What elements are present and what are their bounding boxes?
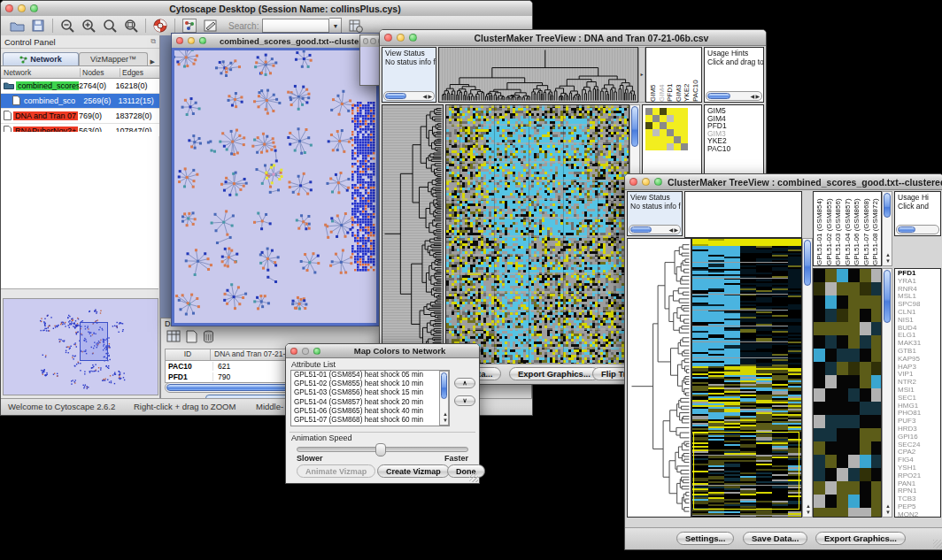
animation-speed-slider[interactable]	[297, 447, 468, 452]
tv1-status-scrollbar[interactable]: ◀▶	[383, 91, 435, 101]
tv1-column-label[interactable]: PAC10	[691, 48, 700, 102]
tv1-column-label[interactable]: PFD1	[666, 48, 675, 102]
tv2-zoom-vscrollbar[interactable]: ▲▼	[882, 268, 892, 518]
minimize-icon[interactable]	[370, 38, 375, 44]
minimize-icon[interactable]	[397, 34, 405, 42]
dialog-resize-grip[interactable]	[469, 473, 478, 482]
tv2-export-graphics-button[interactable]: Export Graphics...	[815, 532, 906, 545]
dialog-titlebar[interactable]: Map Colors to Network	[286, 344, 479, 358]
zoom-window-icon[interactable]	[199, 37, 206, 44]
tv1-column-label[interactable]: GIM5	[649, 48, 658, 102]
tv1-hints-scrollbar[interactable]: ◀▶	[706, 91, 762, 101]
import-table-icon[interactable]	[347, 18, 365, 34]
close-icon[interactable]	[176, 37, 183, 44]
treeview1-titlebar[interactable]: ClusterMaker TreeView : DNA and Tran 07-…	[380, 30, 766, 46]
done-button[interactable]: Done	[447, 464, 485, 478]
tv1-column-label[interactable]: GIM4	[658, 48, 667, 102]
tv2-column-label[interactable]: GPL51-03 (GSM856)	[834, 192, 844, 265]
tv1-column-label[interactable]: GIM3	[675, 48, 683, 102]
tv1-divider-strip[interactable]: ▸	[638, 47, 645, 103]
attribute-list-item[interactable]: GPL51-07 (GSM868) heat shock 60 min	[294, 416, 449, 425]
zoom-window-icon[interactable]	[409, 34, 417, 42]
birdseye-view[interactable]	[3, 298, 158, 395]
tv2-zoom-heatmap[interactable]	[813, 268, 882, 518]
tv2-gene-list-panel[interactable]: PFD1YRA1RNR4MSL1SPC98CLN1NIS1BUD4ELG1MAK…	[894, 268, 941, 518]
tv1-column-label[interactable]: YKE2	[683, 48, 691, 102]
tv2-gene-dendrogram[interactable]	[627, 238, 691, 518]
save-session-icon[interactable]	[29, 18, 47, 34]
network-graph-icon[interactable]	[181, 18, 198, 34]
tv2-column-label[interactable]: GPL51-04 (GSM857)	[844, 192, 853, 265]
attribute-list-item[interactable]: GPL51-03 (GSM856) heat shock 15 min	[294, 388, 449, 397]
attribute-list-item[interactable]: GPL51-01 (GSM854) heat shock 05 min	[294, 371, 449, 380]
tv2-global-heatmap[interactable]	[691, 238, 802, 518]
zoom-fit-icon[interactable]	[122, 18, 140, 34]
search-dropdown-icon[interactable]: ▼	[329, 18, 342, 34]
tv2-column-dendrogram[interactable]	[684, 191, 802, 238]
tv2-heatmap-vscrollbar[interactable]: ▲▼	[802, 238, 813, 518]
open-session-icon[interactable]	[8, 18, 26, 34]
close-icon[interactable]	[5, 4, 13, 12]
move-up-button[interactable]: ∧	[454, 378, 475, 388]
tv1-column-dendrogram[interactable]	[438, 47, 638, 103]
tv2-column-labels-panel[interactable]: GPL51-01 (GSM854)GPL51-02 (GSM855)GPL51-…	[813, 191, 882, 266]
tab-overflow-arrow[interactable]: ▶	[148, 58, 158, 65]
tv2-column-label[interactable]: GPL51-06 (GSM865)	[853, 192, 862, 265]
new-attribute-icon[interactable]	[186, 330, 197, 347]
annotation-icon[interactable]	[202, 18, 220, 34]
tv2-settings-button[interactable]: Settings...	[676, 532, 734, 545]
attribute-select-icon[interactable]	[166, 330, 181, 346]
tv1-column-labels-panel[interactable]: GIM5GIM4PFD1GIM3YKE2PAC10	[645, 47, 702, 103]
attribute-listbox[interactable]: GPL51-01 (GSM854) heat shock 05 minGPL51…	[290, 370, 450, 426]
delete-attribute-icon[interactable]	[203, 330, 214, 347]
tv2-resize-grip[interactable]	[933, 540, 942, 548]
tv2-column-label[interactable]: GPL51-01 (GSM854)	[815, 192, 825, 265]
create-vizmap-button[interactable]: Create Vizmap	[377, 464, 450, 478]
tv2-column-label[interactable]: GPL51-07 (GSM868)	[862, 192, 872, 265]
move-down-button[interactable]: ∨	[454, 395, 475, 406]
attribute-list-scrollbar[interactable]: ▲▼	[439, 371, 449, 426]
network-view-titlebar[interactable]: combined_scores_good.txt--cluste...	[172, 34, 379, 49]
tv1-global-heatmap[interactable]	[445, 104, 629, 364]
zoom-out-icon[interactable]	[58, 18, 76, 34]
minimize-icon[interactable]	[188, 37, 195, 44]
treeview2-titlebar[interactable]: ClusterMaker TreeView : combined_scores_…	[625, 174, 942, 190]
close-icon[interactable]	[629, 178, 637, 186]
minimize-icon[interactable]	[18, 4, 26, 12]
float-panel-icon[interactable]: ⧉	[151, 37, 156, 46]
zoom-window-icon[interactable]	[313, 348, 320, 355]
tv2-gene-item[interactable]: MON2	[898, 511, 940, 518]
zoom-in-icon[interactable]	[80, 18, 97, 34]
zoom-selected-icon[interactable]	[101, 18, 119, 34]
zoom-window-icon[interactable]	[30, 4, 38, 12]
tv1-gene-label[interactable]: PAC10	[707, 145, 763, 153]
network-list-row[interactable]: combined_sco2569(6)13112(15)	[1, 94, 159, 109]
tv2-status-scrollbar[interactable]: ◀▶	[629, 225, 681, 234]
attribute-list-item[interactable]: GPL51-06 (GSM865) heat shock 40 min	[294, 407, 449, 416]
tab-network[interactable]: Network	[3, 52, 79, 65]
network-list-row[interactable]: DNA and Tran 07769(0)183728(0)	[1, 109, 159, 124]
tv2-labels-scrollbar[interactable]: ▲▼	[882, 191, 892, 266]
tv1-export-graphics-button[interactable]: Export Graphics...	[509, 367, 599, 380]
animate-vizmap-button[interactable]: Animate Vizmap	[297, 464, 375, 478]
network-canvas[interactable]	[174, 50, 376, 323]
zoom-window-icon[interactable]	[654, 178, 662, 186]
tv2-column-label[interactable]: GPL51-08 (GSM872)	[871, 192, 881, 265]
close-icon[interactable]	[290, 348, 297, 355]
minimize-icon[interactable]	[642, 178, 650, 186]
close-icon[interactable]	[363, 38, 368, 44]
tab-vizmapper[interactable]: VizMapper™	[79, 52, 148, 65]
tv2-hints-scrollbar[interactable]	[896, 225, 939, 234]
minimize-icon[interactable]	[302, 348, 309, 355]
main-titlebar[interactable]: Cytoscape Desktop (Session Name: collins…	[1, 1, 532, 17]
help-lifesaver-icon[interactable]	[151, 18, 169, 34]
tv2-column-label[interactable]: GPL51-02 (GSM855)	[825, 192, 835, 265]
tv1-gene-dendrogram[interactable]	[382, 104, 444, 364]
close-icon[interactable]	[384, 34, 392, 42]
attribute-list-item[interactable]: GPL51-04 (GSM857) heat shock 20 min	[294, 398, 449, 407]
tv2-save-data-button[interactable]: Save Data...	[743, 532, 807, 545]
attribute-list-item[interactable]: GPL51-02 (GSM855) heat shock 10 min	[294, 380, 449, 388]
search-input[interactable]	[262, 19, 329, 33]
network-list-row[interactable]: combined_scores2764(0)16218(0)	[1, 79, 159, 94]
slider-thumb[interactable]	[375, 443, 386, 456]
